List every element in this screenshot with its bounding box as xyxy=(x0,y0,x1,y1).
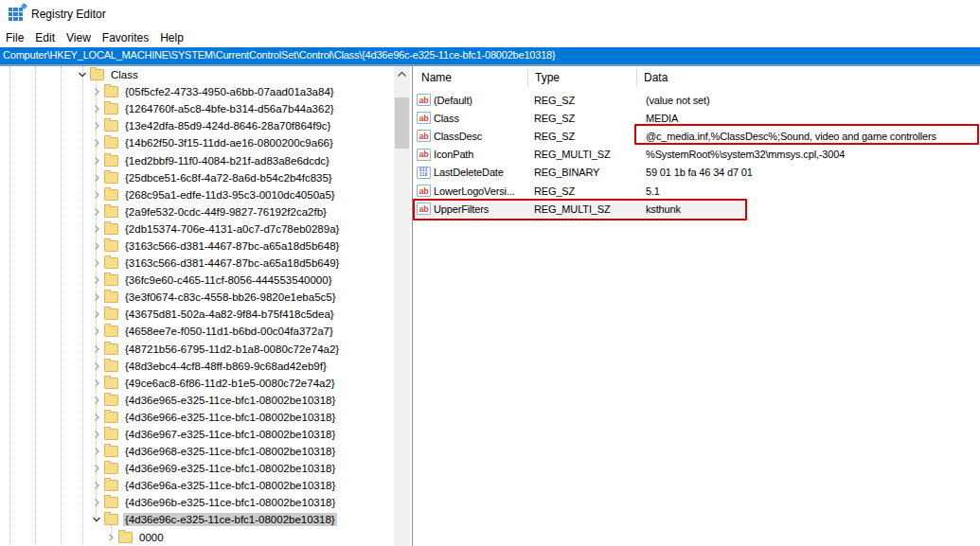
tree-node-label: {25dbce51-6c8f-4a72-8a6d-b54c2b4fc835} xyxy=(123,171,334,185)
tree-node-label: {13e42dfa-85d9-424d-8646-28a70f864f9c} xyxy=(123,119,332,132)
tree-node[interactable]: {36fc9e60-c465-11cf-8056-444553540000} xyxy=(0,272,394,289)
chevron-collapsed-icon[interactable] xyxy=(91,172,102,184)
tree-node[interactable]: {4d36e96a-e325-11ce-bfc1-08002be10318} xyxy=(0,477,394,494)
tree-node[interactable]: {14b62f50-3f15-11dd-ae16-0800200c9a66} xyxy=(0,134,394,151)
tree-node[interactable]: {4658ee7e-f050-11d1-b6bd-00c04fa372a7} xyxy=(0,323,394,340)
tree-node[interactable]: {4d36e967-e325-11ce-bfc1-08002be10318} xyxy=(0,426,394,443)
tree-node[interactable]: {4d36e969-e325-11ce-bfc1-08002be10318} xyxy=(0,460,394,477)
chevron-collapsed-icon[interactable] xyxy=(91,86,102,97)
binary-value-icon: 011110 xyxy=(417,167,431,179)
pane-splitter[interactable] xyxy=(412,66,413,546)
column-separator[interactable] xyxy=(527,68,528,87)
scroll-up-button[interactable] xyxy=(394,66,410,82)
tree-node[interactable]: {1ed2bbf9-11f0-4084-b21f-ad83a8e6dcdc} xyxy=(0,151,394,168)
tree-node[interactable]: {4d36e965-e325-11ce-bfc1-08002be10318} xyxy=(0,392,394,409)
tree-node[interactable]: {13e42dfa-85d9-424d-8646-28a70f864f9c} xyxy=(0,117,394,134)
tree-node[interactable]: {3e3f0674-c83c-4558-bb26-9820e1eba5c5} xyxy=(0,289,394,306)
tree-node[interactable]: {3163c566-d381-4467-87bc-a65a18d5b648} xyxy=(0,238,394,255)
tree-node[interactable]: {48d3ebc4-4cf8-48ff-b869-9c68ad42eb9f} xyxy=(0,358,394,375)
chevron-collapsed-icon[interactable] xyxy=(91,343,102,355)
tree-node-label: {48d3ebc4-4cf8-48ff-b869-9c68ad42eb9f} xyxy=(123,360,329,373)
tree-node[interactable]: {43675d81-502a-4a82-9f84-b75f418c5dea} xyxy=(0,306,394,323)
value-row-classdesc[interactable]: abClassDescREG_SZ@c_media.inf,%ClassDesc… xyxy=(414,127,980,145)
chevron-collapsed-icon[interactable] xyxy=(91,103,102,114)
chevron-collapsed-icon[interactable] xyxy=(91,429,102,440)
chevron-collapsed-icon[interactable] xyxy=(91,240,102,252)
value-type: REG_SZ xyxy=(526,113,635,124)
folder-icon xyxy=(104,120,118,132)
chevron-collapsed-icon[interactable] xyxy=(105,532,116,543)
tree-node[interactable]: {4d36e966-e325-11ce-bfc1-08002be10318} xyxy=(0,409,394,426)
chevron-collapsed-icon[interactable] xyxy=(91,155,102,167)
chevron-collapsed-icon[interactable] xyxy=(91,206,102,218)
menu-edit[interactable]: Edit xyxy=(29,28,61,47)
tree-node[interactable]: {48721b56-6795-11d2-b1a8-0080c72e74a2} xyxy=(0,341,394,358)
tree-node[interactable]: {3163c566-d381-4467-87bc-a65a18d5b649} xyxy=(0,255,394,272)
chevron-collapsed-icon[interactable] xyxy=(91,137,102,149)
menu-favorites[interactable]: Favorites xyxy=(97,28,154,47)
value-name: LastDeleteDate xyxy=(434,167,526,178)
chevron-collapsed-icon[interactable] xyxy=(91,120,102,132)
tree-node[interactable]: {4d36e968-e325-11ce-bfc1-08002be10318} xyxy=(0,443,394,460)
column-header-type[interactable]: Type xyxy=(527,66,636,91)
chevron-collapsed-icon[interactable] xyxy=(91,308,102,320)
menu-help[interactable]: Help xyxy=(154,28,189,47)
chevron-collapsed-icon[interactable] xyxy=(91,189,102,201)
menu-file[interactable]: File xyxy=(0,28,29,47)
tree-node[interactable]: {4d36e96b-e325-11ce-bfc1-08002be10318} xyxy=(0,494,394,511)
column-separator[interactable] xyxy=(636,68,637,87)
tree-node[interactable]: {05f5cfe2-4733-4950-a6bb-07aad01a3a84} xyxy=(0,83,394,100)
folder-icon xyxy=(104,343,118,355)
tree-node-class[interactable]: Class xyxy=(0,66,394,83)
column-header-name[interactable]: Name xyxy=(414,66,527,91)
tree-node[interactable]: {49ce6ac8-6f86-11d2-b1e5-0080c72e74a2} xyxy=(0,375,394,392)
value-row-lowerlogoversi[interactable]: abLowerLogoVersi...REG_SZ5.1 xyxy=(414,182,980,200)
chevron-collapsed-icon[interactable] xyxy=(91,257,102,269)
tree-node-label: {2a9fe532-0cdc-44f9-9827-76192f2ca2fb} xyxy=(123,205,329,219)
tree-node-label: {1264760f-a5c8-4bfe-b314-d56a7b44a362} xyxy=(123,102,336,115)
chevron-collapsed-icon[interactable] xyxy=(91,326,102,337)
value-type: REG_MULTI_SZ xyxy=(526,203,635,215)
value-row-upperfilters[interactable]: abUpperFiltersREG_MULTI_SZksthunk xyxy=(414,200,747,218)
chevron-collapsed-icon[interactable] xyxy=(91,412,102,423)
value-row-iconpath[interactable]: abIconPathREG_MULTI_SZ%SystemRoot%\syste… xyxy=(414,146,980,164)
chevron-collapsed-icon[interactable] xyxy=(91,291,102,303)
tree-scrollbar[interactable] xyxy=(394,66,410,546)
menu-view[interactable]: View xyxy=(61,28,97,47)
chevron-collapsed-icon[interactable] xyxy=(91,395,102,406)
column-header-data[interactable]: Data xyxy=(636,66,980,91)
tree-node-label: {3e3f0674-c83c-4558-bb26-9820e1eba5c5} xyxy=(123,291,338,304)
tree-node[interactable]: {25dbce51-6c8f-4a72-8a6d-b54c2b4fc835} xyxy=(0,169,394,186)
chevron-expanded-icon[interactable] xyxy=(91,514,102,525)
chevron-collapsed-icon[interactable] xyxy=(91,378,102,389)
chevron-collapsed-icon xyxy=(91,240,102,252)
chevron-collapsed-icon[interactable] xyxy=(91,361,102,372)
tree-node[interactable]: {268c95a1-edfe-11d3-95c3-0010dc4050a5} xyxy=(0,186,394,203)
chevron-collapsed-icon xyxy=(91,274,102,286)
tree-node[interactable]: {4d36e96c-e325-11ce-bfc1-08002be10318} xyxy=(0,511,394,528)
tree-node-label: {36fc9e60-c465-11cf-8056-444553540000} xyxy=(123,273,333,287)
chevron-collapsed-icon[interactable] xyxy=(91,223,102,235)
menubar: FileEditViewFavoritesHelp xyxy=(0,28,980,47)
folder-icon xyxy=(104,206,118,218)
value-row-lastdeletedate[interactable]: 011110LastDeleteDateREG_BINARY59 01 1b f… xyxy=(414,164,980,182)
value-name: ClassDesc xyxy=(434,131,526,142)
chevron-collapsed-icon[interactable] xyxy=(91,497,102,508)
tree-node[interactable]: {2a9fe532-0cdc-44f9-9827-76192f2ca2fb} xyxy=(0,203,394,220)
tree-node-label: {4d36e96a-e325-11ce-bfc1-08002be10318} xyxy=(123,479,337,492)
chevron-collapsed-icon[interactable] xyxy=(91,446,102,457)
tree-node-label: {4d36e968-e325-11ce-bfc1-08002be10318} xyxy=(123,445,337,458)
chevron-expanded-icon[interactable] xyxy=(77,69,88,80)
tree-node[interactable]: {2db15374-706e-4131-a0c7-d7c78eb0289a} xyxy=(0,220,394,238)
chevron-expanded-icon xyxy=(91,514,102,525)
address-bar-input[interactable]: Computer\HKEY_LOCAL_MACHINE\SYSTEM\Curre… xyxy=(0,47,980,66)
tree-scrollbar-thumb[interactable] xyxy=(395,97,409,149)
tree-node[interactable]: {1264760f-a5c8-4bfe-b314-d56a7b44a362} xyxy=(0,100,394,117)
value-row-class[interactable]: abClassREG_SZMEDIA xyxy=(414,109,980,127)
chevron-collapsed-icon[interactable] xyxy=(91,274,102,286)
chevron-collapsed-icon[interactable] xyxy=(91,463,102,474)
tree-node-0000[interactable]: 0000 xyxy=(0,529,394,546)
value-row-default[interactable]: ab(Default)REG_SZ(value not set) xyxy=(414,91,980,109)
folder-icon xyxy=(104,137,118,149)
chevron-collapsed-icon[interactable] xyxy=(91,480,102,491)
